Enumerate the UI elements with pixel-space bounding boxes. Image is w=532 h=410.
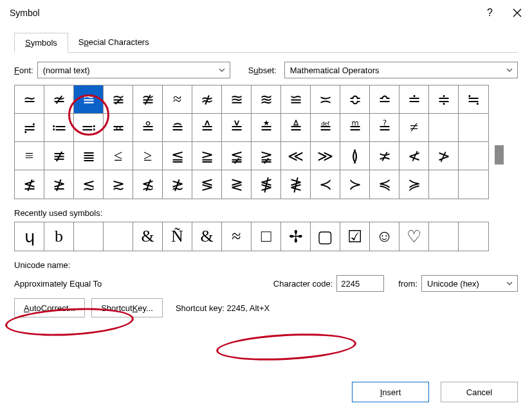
font-combo[interactable]: (normal text) — [37, 62, 230, 78]
recent-symbol-cell[interactable]: & — [133, 222, 163, 251]
cancel-button[interactable]: Cancel — [441, 382, 518, 402]
font-subset-row: Font: (normal text) Subset: Mathematical… — [14, 62, 518, 78]
symbol-cell[interactable]: ≫ — [311, 142, 340, 170]
tab-bar: Symbols Special Characters — [14, 32, 518, 53]
symbol-cell[interactable]: ≘ — [163, 114, 192, 142]
symbol-cell[interactable]: ≠ — [399, 114, 429, 142]
symbol-cell[interactable]: ≔ — [44, 114, 74, 142]
grid-scrollbar[interactable] — [493, 85, 506, 199]
symbol-cell[interactable]: ≭ — [370, 142, 399, 170]
symbol-cell[interactable]: ≆ — [104, 85, 133, 114]
recent-symbol-cell[interactable]: b — [44, 222, 74, 251]
symbol-cell[interactable]: ≷ — [222, 170, 252, 199]
font-label: Font: — [14, 66, 33, 75]
symbol-cell[interactable]: ≌ — [281, 85, 311, 114]
symbol-cell[interactable]: ≒ — [459, 85, 488, 114]
symbol-cell[interactable]: ≓ — [15, 114, 44, 142]
recent-symbol-cell[interactable] — [429, 222, 459, 251]
symbol-cell[interactable]: ≯ — [429, 142, 459, 170]
symbol-cell[interactable]: ≐ — [399, 85, 429, 114]
symbol-cell[interactable]: ≑ — [429, 85, 459, 114]
symbol-cell[interactable] — [459, 114, 488, 142]
symbol-cell[interactable]: ≼ — [370, 170, 399, 199]
symbol-cell[interactable]: ≕ — [74, 114, 104, 142]
symbol-cell[interactable]: ≃ — [15, 85, 44, 114]
recent-symbol-cell[interactable]: ≈ — [222, 222, 252, 251]
symbol-cell[interactable]: ≶ — [192, 170, 222, 199]
recent-symbol-cell[interactable] — [74, 222, 104, 251]
symbol-cell[interactable]: ≳ — [104, 170, 133, 199]
autocorrect-button[interactable]: AutoCorrect... — [14, 298, 85, 317]
symbol-cell[interactable]: ≪ — [281, 142, 311, 170]
recent-symbol-cell[interactable]: ☑ — [340, 222, 370, 251]
recent-symbol-cell[interactable] — [104, 222, 133, 251]
from-combo[interactable]: Unicode (hex) — [421, 275, 518, 292]
symbol-cell[interactable]: ≚ — [222, 114, 252, 142]
recent-symbol-cell[interactable]: & — [192, 222, 222, 251]
recent-symbol-cell[interactable]: ɥ — [15, 222, 44, 251]
symbol-cell[interactable]: ≙ — [192, 114, 222, 142]
character-code-input[interactable]: 2245 — [336, 275, 384, 292]
symbol-cell[interactable]: ≜ — [281, 114, 311, 142]
recent-symbol-cell[interactable]: Ñ — [163, 222, 192, 251]
shortcut-key-button[interactable]: Shortcut Key... — [91, 298, 163, 317]
recent-symbol-cell[interactable]: □ — [252, 222, 281, 251]
symbol-cell[interactable]: ≋ — [252, 85, 281, 114]
symbol-cell[interactable] — [429, 114, 459, 142]
symbol-cell[interactable]: ≉ — [192, 85, 222, 114]
recent-symbol-cell[interactable]: ▢ — [311, 222, 340, 251]
symbol-cell[interactable]: ≦ — [163, 142, 192, 170]
symbol-cell[interactable]: ≧ — [192, 142, 222, 170]
close-icon[interactable] — [512, 8, 522, 18]
symbol-cell[interactable]: ≈ — [163, 85, 192, 114]
window-title: Symbol — [10, 8, 40, 18]
shortcut-info: Shortcut key: 2245, Alt+X — [176, 303, 270, 313]
subset-combo[interactable]: Mathematical Operators — [284, 62, 518, 78]
symbol-cell[interactable]: ≗ — [133, 114, 163, 142]
symbol-cell[interactable]: ≟ — [370, 114, 399, 142]
symbol-cell[interactable]: ≛ — [252, 114, 281, 142]
symbol-cell[interactable]: ≹ — [281, 170, 311, 199]
symbol-cell[interactable] — [429, 170, 459, 199]
symbol-cell[interactable]: ≞ — [340, 114, 370, 142]
symbol-cell[interactable]: ≮ — [399, 142, 429, 170]
symbol-cell[interactable]: ≢ — [44, 142, 74, 170]
symbol-cell[interactable]: ≬ — [340, 142, 370, 170]
symbol-cell[interactable]: ≊ — [222, 85, 252, 114]
symbol-cell[interactable]: ≺ — [311, 170, 340, 199]
symbol-cell[interactable]: ≨ — [222, 142, 252, 170]
help-icon[interactable]: ? — [487, 7, 493, 19]
recent-symbol-cell[interactable]: ♡ — [399, 222, 429, 251]
symbol-cell[interactable]: ≍ — [311, 85, 340, 114]
symbol-cell[interactable]: ≵ — [163, 170, 192, 199]
symbol-cell[interactable]: ≝ — [311, 114, 340, 142]
insert-button[interactable]: Insert — [352, 382, 429, 402]
tab-special-characters[interactable]: Special Characters — [68, 33, 160, 53]
symbol-cell[interactable]: ≽ — [399, 170, 429, 199]
symbol-cell[interactable]: ≏ — [370, 85, 399, 114]
symbol-cell[interactable]: ≄ — [44, 85, 74, 114]
symbol-cell[interactable]: ≰ — [15, 170, 44, 199]
symbol-cell[interactable]: ≎ — [340, 85, 370, 114]
recent-symbol-cell[interactable] — [459, 222, 488, 251]
scroll-thumb[interactable] — [495, 145, 504, 165]
symbol-cell[interactable]: ≩ — [252, 142, 281, 170]
recent-symbol-cell[interactable]: ✢ — [281, 222, 311, 251]
symbol-cell[interactable]: ≲ — [74, 170, 104, 199]
symbol-cell[interactable]: ≅ — [74, 85, 104, 114]
symbol-cell[interactable]: ≇ — [133, 85, 163, 114]
symbol-cell[interactable]: ≥ — [133, 142, 163, 170]
recent-symbol-cell[interactable]: ☺ — [370, 222, 399, 251]
symbol-cell[interactable] — [459, 142, 488, 170]
tab-symbols[interactable]: Symbols — [14, 33, 68, 53]
symbol-cell[interactable]: ≤ — [104, 142, 133, 170]
symbol-cell[interactable]: ≖ — [104, 114, 133, 142]
symbol-cell[interactable] — [459, 170, 488, 199]
recent-symbols-grid: ɥb&Ñ&≈□✢▢☑☺♡ — [14, 222, 489, 251]
symbol-cell[interactable]: ≱ — [44, 170, 74, 199]
symbol-cell[interactable]: ≸ — [252, 170, 281, 199]
symbol-cell[interactable]: ≻ — [340, 170, 370, 199]
symbol-cell[interactable]: ≡ — [15, 142, 44, 170]
symbol-cell[interactable]: ≣ — [74, 142, 104, 170]
symbol-cell[interactable]: ≴ — [133, 170, 163, 199]
